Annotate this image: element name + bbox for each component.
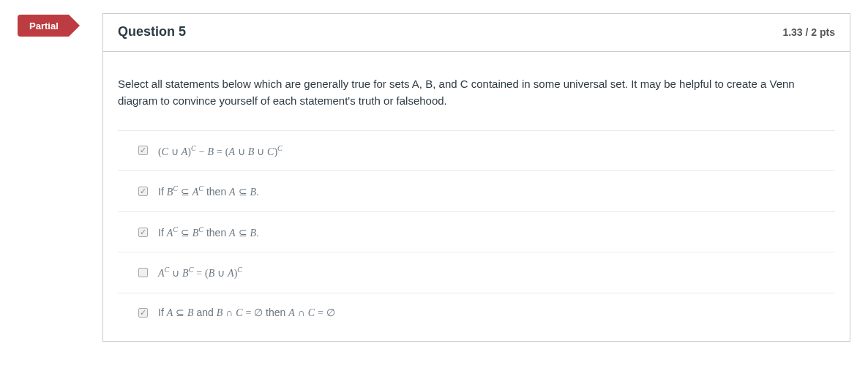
question-body: Select all statements below which are ge…: [103, 52, 850, 341]
question-prompt: Select all statements below which are ge…: [118, 75, 835, 110]
answer-text: AC ∪ BC = (B ∪ A)C: [158, 266, 242, 279]
answer-checkbox[interactable]: [138, 146, 148, 155]
answer-row: AC ∪ BC = (B ∪ A)C: [118, 252, 835, 293]
answer-checkbox[interactable]: [138, 228, 148, 237]
answer-checkbox[interactable]: [138, 268, 148, 277]
answer-text: If AC ⊆ BC then A ⊆ B.: [158, 225, 259, 239]
answer-checkbox[interactable]: [138, 187, 148, 196]
partial-badge: Partial: [18, 15, 69, 37]
question-points: 1.33 / 2 pts: [782, 26, 835, 38]
answer-text: (C ∪ A)C − B = (A ∪ B ∪ C)C: [158, 144, 283, 158]
answer-checkbox[interactable]: [138, 308, 148, 318]
answer-text: If A ⊆ B and B ∩ C = ∅ then A ∩ C = ∅: [158, 307, 335, 319]
answers-list: (C ∪ A)C − B = (A ∪ B ∪ C)CIf BC ⊆ AC th…: [118, 130, 835, 333]
answer-row: If A ⊆ B and B ∩ C = ∅ then A ∩ C = ∅: [118, 293, 835, 332]
answer-row: If BC ⊆ AC then A ⊆ B.: [118, 171, 835, 212]
answer-row: (C ∪ A)C − B = (A ∪ B ∪ C)C: [118, 131, 835, 172]
question-title: Question 5: [118, 24, 186, 40]
question-header: Question 5 1.33 / 2 pts: [103, 14, 850, 52]
answer-row: If AC ⊆ BC then A ⊆ B.: [118, 212, 835, 253]
question-card: Question 5 1.33 / 2 pts Select all state…: [102, 13, 850, 342]
answer-text: If BC ⊆ AC then A ⊆ B.: [158, 184, 259, 198]
